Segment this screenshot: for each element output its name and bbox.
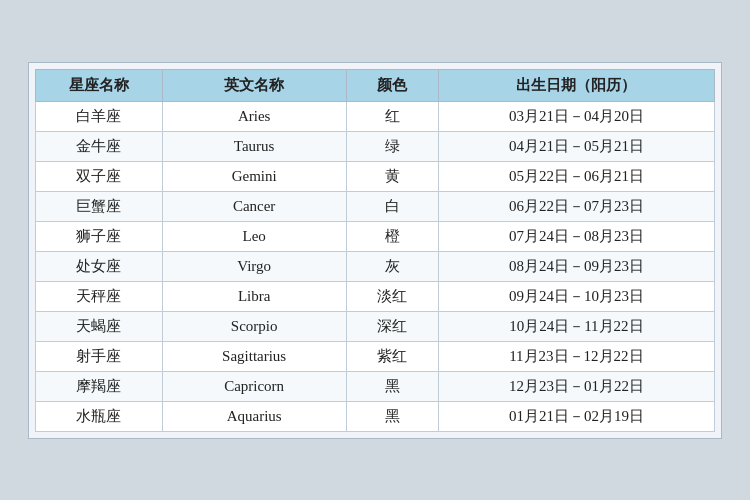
header-color: 颜色 <box>346 69 438 101</box>
table-row: 白羊座Aries红03月21日－04月20日 <box>36 101 715 131</box>
cell-date: 11月23日－12月22日 <box>438 341 714 371</box>
cell-color: 橙 <box>346 221 438 251</box>
cell-en: Taurus <box>162 131 346 161</box>
cell-date: 09月24日－10月23日 <box>438 281 714 311</box>
cell-date: 06月22日－07月23日 <box>438 191 714 221</box>
cell-cn: 双子座 <box>36 161 163 191</box>
cell-date: 05月22日－06月21日 <box>438 161 714 191</box>
cell-color: 白 <box>346 191 438 221</box>
table-row: 巨蟹座Cancer白06月22日－07月23日 <box>36 191 715 221</box>
cell-color: 黑 <box>346 401 438 431</box>
cell-color: 红 <box>346 101 438 131</box>
main-container: 星座名称 英文名称 颜色 出生日期（阳历） 白羊座Aries红03月21日－04… <box>28 62 722 439</box>
cell-color: 黑 <box>346 371 438 401</box>
cell-en: Libra <box>162 281 346 311</box>
cell-cn: 金牛座 <box>36 131 163 161</box>
cell-cn: 摩羯座 <box>36 371 163 401</box>
cell-date: 03月21日－04月20日 <box>438 101 714 131</box>
cell-en: Aquarius <box>162 401 346 431</box>
cell-color: 灰 <box>346 251 438 281</box>
cell-cn: 水瓶座 <box>36 401 163 431</box>
cell-en: Gemini <box>162 161 346 191</box>
cell-color: 淡红 <box>346 281 438 311</box>
header-date: 出生日期（阳历） <box>438 69 714 101</box>
cell-date: 04月21日－05月21日 <box>438 131 714 161</box>
cell-en: Virgo <box>162 251 346 281</box>
table-row: 摩羯座Capricorn黑12月23日－01月22日 <box>36 371 715 401</box>
cell-en: Aries <box>162 101 346 131</box>
table-row: 处女座Virgo灰08月24日－09月23日 <box>36 251 715 281</box>
cell-en: Cancer <box>162 191 346 221</box>
cell-color: 深红 <box>346 311 438 341</box>
cell-en: Scorpio <box>162 311 346 341</box>
cell-color: 黄 <box>346 161 438 191</box>
cell-en: Capricorn <box>162 371 346 401</box>
table-row: 金牛座Taurus绿04月21日－05月21日 <box>36 131 715 161</box>
zodiac-table: 星座名称 英文名称 颜色 出生日期（阳历） 白羊座Aries红03月21日－04… <box>35 69 715 432</box>
table-row: 双子座Gemini黄05月22日－06月21日 <box>36 161 715 191</box>
cell-cn: 狮子座 <box>36 221 163 251</box>
table-row: 狮子座Leo橙07月24日－08月23日 <box>36 221 715 251</box>
table-row: 天秤座Libra淡红09月24日－10月23日 <box>36 281 715 311</box>
cell-color: 绿 <box>346 131 438 161</box>
table-row: 射手座Sagittarius紫红11月23日－12月22日 <box>36 341 715 371</box>
table-header-row: 星座名称 英文名称 颜色 出生日期（阳历） <box>36 69 715 101</box>
header-en: 英文名称 <box>162 69 346 101</box>
cell-en: Leo <box>162 221 346 251</box>
cell-cn: 处女座 <box>36 251 163 281</box>
cell-date: 08月24日－09月23日 <box>438 251 714 281</box>
cell-date: 01月21日－02月19日 <box>438 401 714 431</box>
cell-cn: 白羊座 <box>36 101 163 131</box>
cell-date: 12月23日－01月22日 <box>438 371 714 401</box>
cell-date: 10月24日－11月22日 <box>438 311 714 341</box>
cell-cn: 巨蟹座 <box>36 191 163 221</box>
cell-cn: 天秤座 <box>36 281 163 311</box>
cell-cn: 射手座 <box>36 341 163 371</box>
cell-cn: 天蝎座 <box>36 311 163 341</box>
cell-color: 紫红 <box>346 341 438 371</box>
table-row: 水瓶座Aquarius黑01月21日－02月19日 <box>36 401 715 431</box>
header-cn: 星座名称 <box>36 69 163 101</box>
cell-en: Sagittarius <box>162 341 346 371</box>
cell-date: 07月24日－08月23日 <box>438 221 714 251</box>
table-row: 天蝎座Scorpio深红10月24日－11月22日 <box>36 311 715 341</box>
